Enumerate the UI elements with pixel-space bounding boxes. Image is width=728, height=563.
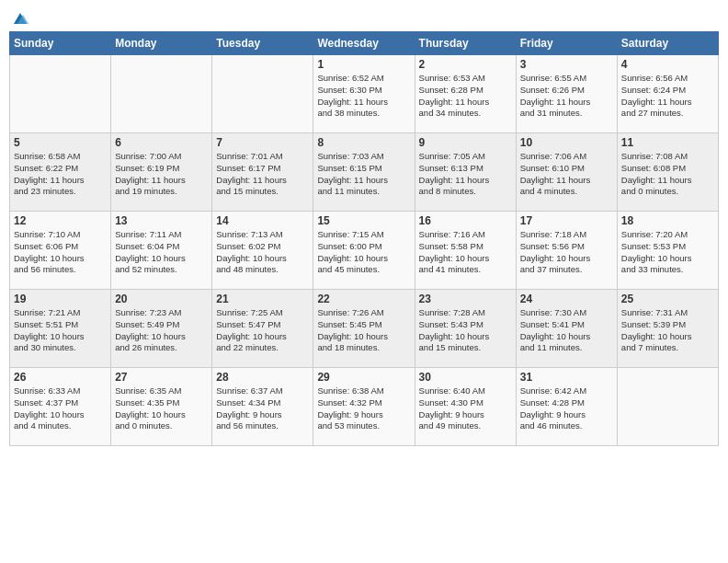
day-number: 15 — [317, 214, 410, 227]
day-number: 30 — [419, 371, 512, 384]
cell-content: Sunrise: 6:53 AMSunset: 6:28 PMDaylight:… — [419, 73, 512, 120]
cell-content: Sunrise: 6:37 AMSunset: 4:34 PMDaylight:… — [216, 385, 309, 432]
cell-content: Sunrise: 7:21 AMSunset: 5:51 PMDaylight:… — [14, 307, 107, 354]
day-number: 24 — [520, 293, 613, 305]
cell-content: Sunrise: 7:06 AMSunset: 6:10 PMDaylight:… — [520, 151, 613, 198]
header-wednesday: Wednesday — [313, 32, 415, 55]
day-number: 22 — [317, 293, 410, 305]
calendar-week-row: 26Sunrise: 6:33 AMSunset: 4:37 PMDayligh… — [10, 368, 719, 446]
cell-content: Sunrise: 7:01 AMSunset: 6:17 PMDaylight:… — [216, 151, 309, 198]
day-number: 14 — [216, 214, 309, 227]
calendar-cell — [111, 55, 212, 133]
calendar-cell: 15Sunrise: 7:15 AMSunset: 6:00 PMDayligh… — [313, 212, 415, 290]
calendar-cell — [212, 55, 313, 133]
day-number: 12 — [14, 214, 107, 227]
cell-content: Sunrise: 6:56 AMSunset: 6:24 PMDaylight:… — [621, 73, 714, 120]
calendar-cell: 8Sunrise: 7:03 AMSunset: 6:15 PMDaylight… — [313, 133, 415, 212]
calendar-cell: 24Sunrise: 7:30 AMSunset: 5:41 PMDayligh… — [516, 290, 617, 368]
calendar-cell: 14Sunrise: 7:13 AMSunset: 6:02 PMDayligh… — [212, 212, 313, 290]
header-tuesday: Tuesday — [212, 32, 313, 55]
day-number: 29 — [317, 371, 410, 384]
calendar-cell: 2Sunrise: 6:53 AMSunset: 6:28 PMDaylight… — [415, 55, 516, 133]
calendar-cell: 11Sunrise: 7:08 AMSunset: 6:08 PMDayligh… — [617, 133, 718, 212]
calendar-cell — [10, 55, 111, 133]
header-monday: Monday — [111, 32, 212, 55]
cell-content: Sunrise: 6:33 AMSunset: 4:37 PMDaylight:… — [14, 385, 107, 432]
day-number: 7 — [216, 136, 309, 149]
calendar-cell: 12Sunrise: 7:10 AMSunset: 6:06 PMDayligh… — [10, 212, 111, 290]
cell-content: Sunrise: 6:58 AMSunset: 6:22 PMDaylight:… — [14, 151, 107, 198]
cell-content: Sunrise: 6:40 AMSunset: 4:30 PMDaylight:… — [419, 385, 512, 432]
cell-content: Sunrise: 7:28 AMSunset: 5:43 PMDaylight:… — [419, 307, 512, 354]
cell-content: Sunrise: 7:23 AMSunset: 5:49 PMDaylight:… — [115, 307, 208, 354]
calendar-cell: 19Sunrise: 7:21 AMSunset: 5:51 PMDayligh… — [10, 290, 111, 368]
day-number: 19 — [14, 293, 107, 305]
day-number: 10 — [520, 136, 613, 149]
cell-content: Sunrise: 7:15 AMSunset: 6:00 PMDaylight:… — [317, 229, 410, 276]
calendar-cell: 9Sunrise: 7:05 AMSunset: 6:13 PMDaylight… — [415, 133, 516, 212]
cell-content: Sunrise: 7:03 AMSunset: 6:15 PMDaylight:… — [317, 151, 410, 198]
calendar-cell: 13Sunrise: 7:11 AMSunset: 6:04 PMDayligh… — [111, 212, 212, 290]
calendar-header-row: SundayMondayTuesdayWednesdayThursdayFrid… — [10, 32, 719, 55]
cell-content: Sunrise: 7:31 AMSunset: 5:39 PMDaylight:… — [621, 307, 714, 354]
cell-content: Sunrise: 6:55 AMSunset: 6:26 PMDaylight:… — [520, 73, 613, 120]
calendar-cell: 22Sunrise: 7:26 AMSunset: 5:45 PMDayligh… — [313, 290, 415, 368]
day-number: 8 — [317, 136, 410, 149]
day-number: 27 — [115, 371, 208, 384]
cell-content: Sunrise: 6:42 AMSunset: 4:28 PMDaylight:… — [520, 385, 613, 432]
calendar-cell — [617, 368, 718, 446]
day-number: 5 — [14, 136, 107, 149]
header-saturday: Saturday — [617, 32, 718, 55]
cell-content: Sunrise: 6:38 AMSunset: 4:32 PMDaylight:… — [317, 385, 410, 432]
page-header — [9, 9, 719, 28]
calendar-cell: 16Sunrise: 7:16 AMSunset: 5:58 PMDayligh… — [415, 212, 516, 290]
calendar-week-row: 1Sunrise: 6:52 AMSunset: 6:30 PMDaylight… — [10, 55, 719, 133]
calendar-cell: 18Sunrise: 7:20 AMSunset: 5:53 PMDayligh… — [617, 212, 718, 290]
day-number: 4 — [621, 58, 714, 71]
day-number: 21 — [216, 293, 309, 305]
header-sunday: Sunday — [10, 32, 111, 55]
calendar-cell: 28Sunrise: 6:37 AMSunset: 4:34 PMDayligh… — [212, 368, 313, 446]
day-number: 6 — [115, 136, 208, 149]
calendar-cell: 1Sunrise: 6:52 AMSunset: 6:30 PMDaylight… — [313, 55, 415, 133]
day-number: 20 — [115, 293, 208, 305]
calendar-cell: 20Sunrise: 7:23 AMSunset: 5:49 PMDayligh… — [111, 290, 212, 368]
cell-content: Sunrise: 7:05 AMSunset: 6:13 PMDaylight:… — [419, 151, 512, 198]
header-friday: Friday — [516, 32, 617, 55]
logo — [9, 17, 30, 28]
day-number: 28 — [216, 371, 309, 384]
header-thursday: Thursday — [415, 32, 516, 55]
cell-content: Sunrise: 7:18 AMSunset: 5:56 PMDaylight:… — [520, 229, 613, 276]
cell-content: Sunrise: 6:35 AMSunset: 4:35 PMDaylight:… — [115, 385, 208, 432]
calendar-cell: 27Sunrise: 6:35 AMSunset: 4:35 PMDayligh… — [111, 368, 212, 446]
calendar-week-row: 12Sunrise: 7:10 AMSunset: 6:06 PMDayligh… — [10, 212, 719, 290]
cell-content: Sunrise: 7:08 AMSunset: 6:08 PMDaylight:… — [621, 151, 714, 198]
calendar-week-row: 19Sunrise: 7:21 AMSunset: 5:51 PMDayligh… — [10, 290, 719, 368]
day-number: 9 — [419, 136, 512, 149]
calendar-cell: 25Sunrise: 7:31 AMSunset: 5:39 PMDayligh… — [617, 290, 718, 368]
calendar-cell: 7Sunrise: 7:01 AMSunset: 6:17 PMDaylight… — [212, 133, 313, 212]
calendar-table: SundayMondayTuesdayWednesdayThursdayFrid… — [9, 31, 719, 446]
calendar-cell: 10Sunrise: 7:06 AMSunset: 6:10 PMDayligh… — [516, 133, 617, 212]
calendar-cell: 6Sunrise: 7:00 AMSunset: 6:19 PMDaylight… — [111, 133, 212, 212]
calendar-cell: 4Sunrise: 6:56 AMSunset: 6:24 PMDaylight… — [617, 55, 718, 133]
day-number: 1 — [317, 58, 410, 71]
calendar-cell: 21Sunrise: 7:25 AMSunset: 5:47 PMDayligh… — [212, 290, 313, 368]
cell-content: Sunrise: 6:52 AMSunset: 6:30 PMDaylight:… — [317, 73, 410, 120]
calendar-cell: 3Sunrise: 6:55 AMSunset: 6:26 PMDaylight… — [516, 55, 617, 133]
calendar-cell: 17Sunrise: 7:18 AMSunset: 5:56 PMDayligh… — [516, 212, 617, 290]
cell-content: Sunrise: 7:30 AMSunset: 5:41 PMDaylight:… — [520, 307, 613, 354]
day-number: 17 — [520, 214, 613, 227]
calendar-cell: 31Sunrise: 6:42 AMSunset: 4:28 PMDayligh… — [516, 368, 617, 446]
calendar-cell: 29Sunrise: 6:38 AMSunset: 4:32 PMDayligh… — [313, 368, 415, 446]
day-number: 2 — [419, 58, 512, 71]
cell-content: Sunrise: 7:16 AMSunset: 5:58 PMDaylight:… — [419, 229, 512, 276]
day-number: 11 — [621, 136, 714, 149]
cell-content: Sunrise: 7:11 AMSunset: 6:04 PMDaylight:… — [115, 229, 208, 276]
cell-content: Sunrise: 7:10 AMSunset: 6:06 PMDaylight:… — [14, 229, 107, 276]
calendar-cell: 26Sunrise: 6:33 AMSunset: 4:37 PMDayligh… — [10, 368, 111, 446]
day-number: 31 — [520, 371, 613, 384]
calendar-cell: 5Sunrise: 6:58 AMSunset: 6:22 PMDaylight… — [10, 133, 111, 212]
logo-icon — [10, 11, 30, 28]
calendar-week-row: 5Sunrise: 6:58 AMSunset: 6:22 PMDaylight… — [10, 133, 719, 212]
